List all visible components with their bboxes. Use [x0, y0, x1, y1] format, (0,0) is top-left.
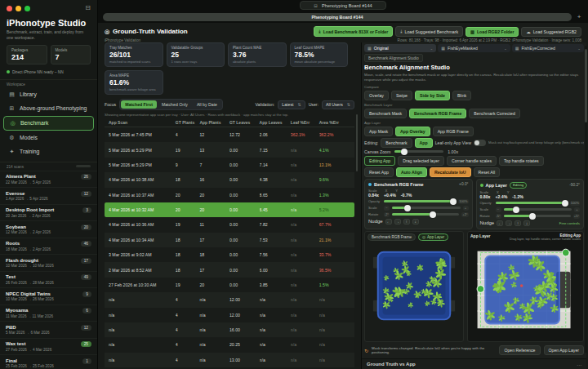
table-row[interactable]: 4 Mar 2026 at 10:38 AM 18 16 0.00 4.38 n…	[105, 172, 354, 187]
sidebar-toggle-icon[interactable]: ⊟	[85, 5, 91, 11]
table-row[interactable]: 4 Mar 2026 at 10:32 AM 20 20 0.00 6.45 n…	[105, 202, 354, 217]
tab-phenotyping-board[interactable]: Phenotyping Board #144	[103, 13, 572, 21]
editing-benchmark-option[interactable]: Benchmark	[381, 138, 412, 148]
rotate-slider[interactable]	[504, 215, 571, 217]
filter-segment[interactable]: All by Date	[193, 100, 221, 109]
table-row[interactable]: 5 Mar 2026 at 7:45 PM 4 12 12.72 2.06 36…	[105, 127, 354, 142]
project-list-item[interactable]: Almera Plant 22 Mar 2026 → 5 Apr 2026 26	[0, 171, 97, 188]
sidebar-nav-item[interactable]: ✦ Training	[3, 145, 94, 158]
nudge-left-button[interactable]: ←	[385, 219, 392, 225]
action-button[interactable]: Reset App	[364, 167, 394, 177]
main-scrollbar[interactable]	[585, 46, 587, 353]
image-mode-tab[interactable]: ▦ FishEyeMasked ⌄	[438, 44, 510, 52]
scale-slider[interactable]	[392, 207, 461, 209]
rotate-handle[interactable]	[562, 249, 569, 256]
user-select[interactable]: All Users ⇅	[322, 100, 354, 109]
project-list-item[interactable]: PBD 5 Mar 2026 → 6 Mar 2026 12	[0, 321, 97, 338]
load-button[interactable]: ▥ Load RGB2 Folder	[466, 27, 519, 37]
project-list-item[interactable]: Test 26 Feb 2026 → 28 Mar 2026 49	[0, 271, 97, 288]
benchmark-layer-option[interactable]: Benchmark RGB Frame	[409, 109, 466, 118]
col-leaf-err[interactable]: Leaf %Err	[291, 120, 319, 125]
benchmark-frame-pill[interactable]: Benchmark RGB Frame	[368, 233, 416, 241]
benchmark-preview-canvas[interactable]: Benchmark RGB Frame ◎ App Layer	[364, 231, 464, 342]
action-button[interactable]: Auto Align	[396, 167, 427, 177]
benchmark-layer-option[interactable]: Benchmark Corrected	[469, 109, 519, 118]
table-row[interactable]: 4 Mar 2026 at 10:34 AM 18 17 0.00 7.53 n…	[105, 233, 354, 247]
sidebar-nav-item[interactable]: ⊞ Above-ground Phenotyping	[3, 102, 94, 115]
open-app-layer-button[interactable]: Open App Layer	[544, 345, 585, 355]
compare-option[interactable]: Side by Side	[415, 91, 450, 100]
table-row[interactable]: 5 Mar 2026 at 5:29 PM 19 13 0.00 7.15 n/…	[105, 142, 354, 157]
nudge-right-button[interactable]: →	[394, 219, 401, 225]
scale-handle[interactable]	[477, 285, 484, 292]
rotate-minus-button[interactable]: -2°	[384, 212, 390, 217]
opacity-slider[interactable]	[496, 202, 568, 204]
action-button[interactable]: Recalculate IoU	[430, 167, 471, 177]
rotate-slider[interactable]	[392, 213, 459, 216]
scan-scrollbar[interactable]	[76, 165, 91, 167]
col-gt-plants[interactable]: GT Plants	[176, 120, 200, 125]
ground-truth-vs-app-bar[interactable]: Ground Truth vs App ⋯	[362, 358, 586, 369]
scale-plus-button[interactable]: +	[463, 206, 469, 211]
nudge-down-button[interactable]: ↓	[523, 220, 530, 226]
studio-breadcrumb[interactable]: Benchmark Alignment Studio	[364, 54, 423, 62]
project-list-item[interactable]: Roots 18 Mar 2026 → 2 Apr 2026 46	[0, 238, 97, 255]
project-list-item[interactable]: Soybean 12 Mar 2026 → 2 Apr 2026 20	[0, 220, 97, 238]
table-row[interactable]: 2 Mar 2026 at 8:52 AM 18 17 0.00 6.00 n/…	[105, 262, 354, 277]
close-window-button[interactable]	[7, 6, 12, 11]
table-row[interactable]: 3 Mar 2026 at 9:02 AM 18 18 0.00 7.56 n/…	[105, 247, 354, 262]
app-layer-option[interactable]: App Overlay	[395, 127, 430, 136]
add-tab-button[interactable]: +	[575, 14, 583, 20]
scale-plus-button[interactable]: +	[574, 207, 580, 212]
sidebar-nav-item[interactable]: ⚙ Models	[3, 131, 94, 144]
image-mode-tab[interactable]: ▦ FishEyeCorrected ⌄	[512, 44, 584, 52]
project-list-item[interactable]: Final 25 Feb 2026 → 25 Feb 2026 1	[0, 354, 97, 369]
scale-slider[interactable]	[504, 208, 572, 211]
project-list-item[interactable]: NPEC Digital Twins 10 Mar 2026 → 26 Mar …	[0, 287, 97, 305]
fine-controls-link[interactable]: Fine controls	[559, 221, 580, 225]
col-app-leaves[interactable]: App Leaves	[260, 120, 291, 125]
app-layer-pill[interactable]: ◎ App Layer	[418, 233, 448, 241]
open-reference-button[interactable]: Open Reference	[499, 345, 540, 355]
table-row[interactable]: 5 Mar 2026 at 5:29 PM 9 7 0.00 7.14 n/a …	[105, 158, 354, 172]
load-button[interactable]: ⤓ Load Benchmark 813X or Folder	[314, 26, 393, 37]
table-row[interactable]: 4 Mar 2026 at 10:37 AM 20 20 0.00 8.65 n…	[105, 188, 354, 202]
action-button[interactable]: Reset All	[474, 167, 500, 177]
app-layer-option[interactable]: App Mask	[364, 127, 393, 136]
scale-minus-button[interactable]: −	[496, 207, 501, 212]
filter-segment[interactable]: Matched Only	[158, 100, 192, 109]
table-scrollbar[interactable]	[356, 114, 358, 171]
col-app-scan[interactable]: App Scan	[109, 120, 176, 125]
nudge-up-button[interactable]: ↑	[514, 220, 521, 226]
table-row[interactable]: 4 Mar 2026 at 10:36 AM 19 11 0.00 7.82 n…	[105, 217, 354, 232]
col-app-plants[interactable]: App Plants	[199, 120, 229, 125]
col-area-err[interactable]: Area %Err	[319, 120, 350, 125]
nudge-left-button[interactable]: ←	[497, 220, 503, 226]
rotate-plus-button[interactable]: +2°	[461, 212, 468, 217]
table-row[interactable]: n/a 4 n/a 12.00 n/a n/a n/a	[105, 292, 354, 307]
filter-segment[interactable]: Matched First	[121, 100, 157, 109]
compare-option[interactable]: Blink	[452, 91, 471, 100]
nudge-right-button[interactable]: →	[506, 220, 512, 226]
project-list-item[interactable]: Flash drought 10 Mar 2026 → 10 Mar 2026 …	[0, 254, 97, 271]
leaf-only-toggle[interactable]	[474, 140, 486, 146]
load-button[interactable]: ☁ Load Suggested RGB2	[521, 27, 581, 37]
sidebar-nav-item[interactable]: ◎ Benchmark	[3, 116, 94, 131]
project-list-item[interactable]: Everose 1 Apr 2026 → 5 Apr 2026 12	[0, 187, 97, 204]
table-row[interactable]: 27 Feb 2026 at 10:30 AM 19 20 0.00 3.85 …	[105, 278, 354, 292]
minimize-window-button[interactable]	[16, 6, 21, 11]
compare-option[interactable]: Swipe	[391, 91, 412, 100]
canvas-zoom-slider[interactable]	[394, 150, 443, 153]
zoom-window-button[interactable]	[24, 6, 30, 11]
app-layer-option[interactable]: App RGB Frame	[433, 127, 474, 136]
nudge-up-button[interactable]: ↑	[403, 219, 410, 225]
rotate-plus-button[interactable]: +5°	[573, 214, 580, 219]
benchmark-layer-option[interactable]: Benchmark Mask	[364, 109, 407, 118]
editing-app-option[interactable]: App	[415, 138, 433, 148]
scale-minus-button[interactable]: −	[384, 206, 390, 211]
validation-select[interactable]: Latest ⇅	[278, 100, 305, 109]
sidebar-nav-item[interactable]: ▤ Library	[3, 88, 94, 101]
table-row[interactable]: n/a 4 n/a 20.25 n/a n/a n/a	[105, 337, 354, 352]
image-mode-tab[interactable]: ▦ Original ⌄	[364, 44, 436, 52]
table-row[interactable]: n/a 4 n/a 13.00 n/a n/a n/a	[105, 353, 354, 367]
